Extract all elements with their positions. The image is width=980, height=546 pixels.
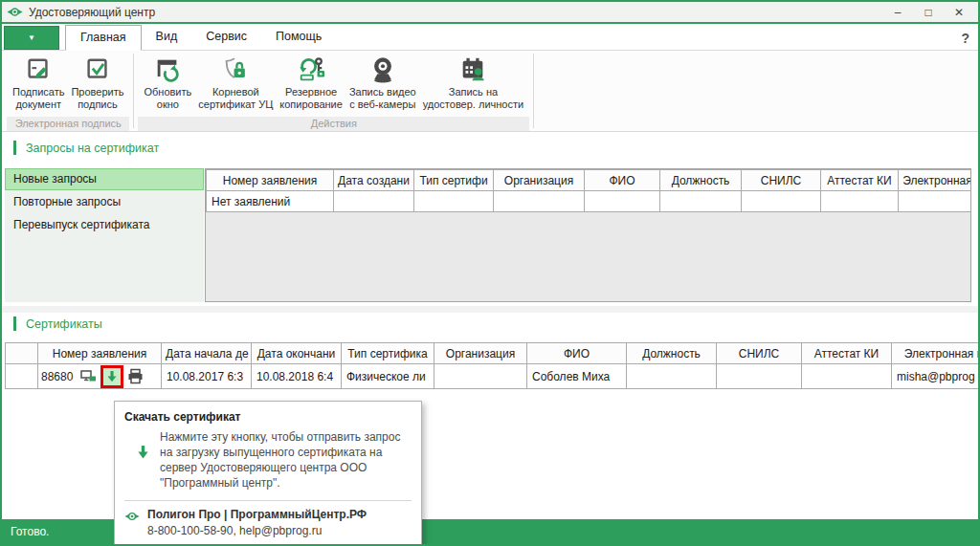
column-header[interactable]: ФИО xyxy=(527,343,627,364)
minimize-button[interactable]: – xyxy=(883,3,912,21)
column-header[interactable]: Электронная п xyxy=(892,343,980,364)
print-certificate-button[interactable] xyxy=(127,368,144,384)
table-header-row: Номер заявленияДата начала деДата оконча… xyxy=(6,343,980,364)
column-header[interactable]: ФИО xyxy=(585,170,660,191)
ribbon-button-label: удостовер. личности xyxy=(423,98,523,111)
tooltip-body: Нажмите эту кнопку, чтобы отправить запр… xyxy=(124,430,412,491)
window-controls: – □ ✕ xyxy=(883,3,973,21)
ribbon-group-buttons: ПодписатьдокументПроверитьподпись xyxy=(7,51,129,117)
group-separator xyxy=(133,54,134,128)
ribbon-button-label: копирование xyxy=(279,98,343,111)
tooltip-text: Нажмите эту кнопку, чтобы отправить запр… xyxy=(160,430,412,491)
tab-view[interactable]: Вид xyxy=(142,25,192,50)
brand-block: Полигон Про | ПрограммныйЦентр.РФ 8-800-… xyxy=(147,508,367,537)
id-record-button[interactable]: Запись наудостовер. личности xyxy=(420,54,526,113)
column-header[interactable]: Тип сертифика xyxy=(342,343,434,364)
column-header[interactable] xyxy=(6,343,38,364)
table-row[interactable]: Нет заявлений xyxy=(207,191,972,212)
sign-document-button[interactable]: Подписатьдокумент xyxy=(10,54,67,113)
backup-button[interactable]: Резервноекопирование xyxy=(277,54,345,113)
ribbon-group-label: Электронная подпись xyxy=(7,117,129,131)
requests-section-title: Запросы на сертификат xyxy=(26,142,159,155)
table-cell xyxy=(821,191,899,212)
certificate-row[interactable]: 8868010.08.2017 6:310.08.2018 6:4Физичес… xyxy=(6,364,980,389)
close-button[interactable]: ✕ xyxy=(945,3,973,21)
refresh-window-button[interactable]: Обновитьокно xyxy=(141,54,194,113)
email-cell: misha@pbprog xyxy=(892,364,980,389)
verify-signature-button[interactable]: Проверитьподпись xyxy=(68,54,126,113)
ribbon-button-label: с веб-камеры xyxy=(349,98,415,111)
column-header[interactable]: Организация xyxy=(494,170,585,191)
app-window: Удостоверяющий центр – □ ✕ ▼ ГлавнаяВидС… xyxy=(0,0,980,546)
sign-document-icon xyxy=(24,55,53,84)
tab-service[interactable]: Сервис xyxy=(191,25,261,50)
column-header[interactable]: Тип сертифи xyxy=(414,170,494,191)
table-header-row: Номер заявленияДата созданиТип сертифиОр… xyxy=(207,170,972,191)
certificates-table: Номер заявленияДата начала деДата оконча… xyxy=(5,342,980,389)
ribbon-button-label: Запись на xyxy=(449,86,498,98)
application-number: 88680 xyxy=(41,370,73,383)
webcam-video-button[interactable]: Запись видеос веб-камеры xyxy=(346,54,419,113)
chevron-down-icon: ▼ xyxy=(28,33,35,42)
maximize-button[interactable]: □ xyxy=(914,3,943,21)
ribbon-button-label: документ xyxy=(15,98,61,111)
download-certificate-button[interactable] xyxy=(100,365,123,388)
ribbon-button-label: Обновить xyxy=(144,86,191,98)
column-header[interactable]: Дата создани xyxy=(334,170,414,191)
position-cell xyxy=(627,364,717,389)
root-certificate-button[interactable]: Корневойсертификат УЦ xyxy=(195,54,276,113)
download-arrow-icon xyxy=(137,446,149,460)
column-header[interactable]: Должность xyxy=(627,343,717,364)
root-certificate-icon xyxy=(221,55,250,84)
column-header[interactable]: Аттестат КИ xyxy=(802,343,892,364)
help-button[interactable]: ? xyxy=(961,31,969,46)
nav-item-certificate-reissue[interactable]: Перевыпуск сертификата xyxy=(5,214,204,236)
refresh-window-icon xyxy=(153,55,182,84)
column-header[interactable]: Номер заявления xyxy=(38,343,162,364)
fio-cell: Соболев Миха xyxy=(527,364,627,389)
file-menu-button[interactable]: ▼ xyxy=(4,26,59,50)
column-header[interactable]: СНИЛС xyxy=(742,170,821,191)
ribbon-button-label: окно xyxy=(157,98,179,111)
tab-main[interactable]: Главная xyxy=(65,25,142,51)
column-header[interactable]: СНИЛС xyxy=(717,343,802,364)
column-header[interactable]: Дата начала де xyxy=(162,343,252,364)
status-text: Готово. xyxy=(11,525,49,538)
table-cell xyxy=(742,191,821,212)
group-separator xyxy=(533,54,534,128)
window-title: Удостоверяющий центр xyxy=(29,6,155,19)
ribbon-button-label: Проверить xyxy=(71,86,123,98)
brand-name: Полигон Про | ПрограммныйЦентр.РФ xyxy=(147,508,367,521)
organization-cell xyxy=(434,364,527,389)
webcam-video-icon xyxy=(368,55,397,84)
requests-table-area: Номер заявленияДата созданиТип сертифиОр… xyxy=(205,168,971,302)
requests-table: Номер заявленияДата созданиТип сертифиОр… xyxy=(206,169,971,212)
section-accent-bar xyxy=(13,317,16,331)
date-start-cell: 10.08.2017 6:3 xyxy=(162,364,252,389)
table-cell xyxy=(414,191,494,212)
install-to-device-icon[interactable] xyxy=(80,368,97,384)
tooltip-download-certificate: Скачать сертификат Нажмите эту кнопку, ч… xyxy=(114,401,422,546)
certificates-section-header: Сертификаты xyxy=(13,317,102,331)
column-header[interactable]: Номер заявления xyxy=(207,170,334,191)
section-divider xyxy=(2,306,978,313)
column-header[interactable]: Аттестат КИ xyxy=(821,170,899,191)
requests-panel: Новые запросыПовторные запросыПеревыпуск… xyxy=(5,168,971,302)
nav-item-repeat-requests[interactable]: Повторные запросы xyxy=(5,191,204,213)
backup-icon xyxy=(297,55,325,84)
app-logo-icon xyxy=(7,4,23,20)
attestat-cell xyxy=(802,364,892,389)
column-header[interactable]: Должность xyxy=(660,170,742,191)
ribbon-button-label: Резервное xyxy=(285,86,337,98)
application-number-cell: 88680 xyxy=(41,365,158,388)
column-header[interactable]: Организация xyxy=(434,343,527,364)
column-header[interactable]: Дата окончани xyxy=(252,343,342,364)
table-cell xyxy=(334,191,414,212)
id-record-icon xyxy=(458,55,487,84)
table-cell xyxy=(6,364,38,389)
ribbon-group-buttons: ОбновитьокноКорневойсертификат УЦРезервн… xyxy=(138,51,529,117)
nav-item-new-requests[interactable]: Новые запросы xyxy=(5,168,204,190)
tab-help[interactable]: Помощь xyxy=(261,25,336,50)
verify-signature-icon xyxy=(83,55,112,84)
column-header[interactable]: Электронная xyxy=(899,170,972,191)
